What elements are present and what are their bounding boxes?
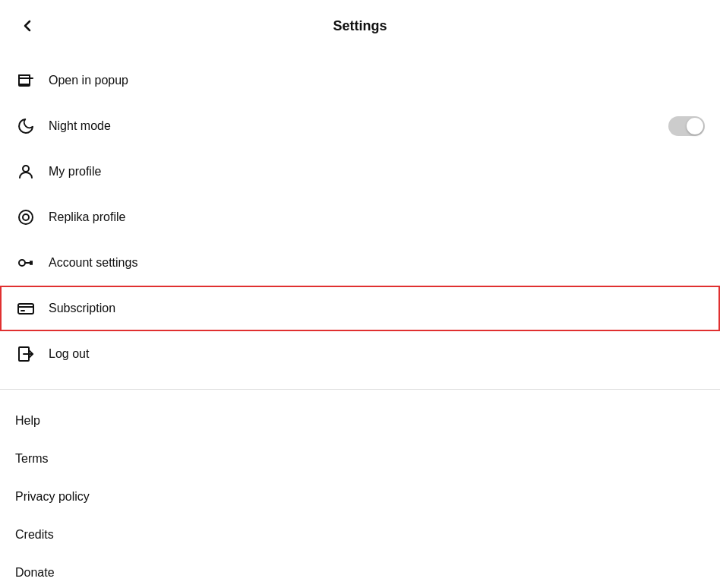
replika-profile-label: Replika profile — [49, 210, 125, 224]
moon-icon — [15, 115, 36, 137]
menu-item-replika-profile[interactable]: Replika profile — [0, 194, 720, 240]
replika-icon — [15, 207, 36, 228]
menu-item-subscription[interactable]: Subscription — [0, 286, 720, 331]
help-label: Help — [15, 414, 40, 428]
my-profile-label: My profile — [49, 165, 101, 179]
link-item-help[interactable]: Help — [0, 402, 720, 440]
night-mode-label: Night mode — [49, 119, 111, 133]
settings-header: Settings — [0, 0, 720, 52]
night-mode-toggle[interactable] — [668, 116, 705, 136]
svg-point-3 — [23, 166, 29, 172]
menu-item-my-profile[interactable]: My profile — [0, 149, 720, 194]
subscription-label: Subscription — [49, 302, 115, 315]
account-settings-label: Account settings — [49, 256, 137, 270]
donate-label: Donate — [15, 566, 55, 580]
menu-item-log-out[interactable]: Log out — [0, 331, 720, 377]
person-icon — [15, 161, 36, 182]
menu-item-night-mode[interactable]: Night mode — [0, 103, 720, 149]
svg-rect-10 — [18, 304, 33, 314]
popup-icon — [15, 70, 36, 91]
credits-label: Credits — [15, 528, 54, 542]
terms-label: Terms — [15, 452, 49, 466]
section-divider — [0, 389, 720, 390]
log-out-label: Log out — [49, 347, 89, 361]
back-button[interactable] — [15, 14, 39, 38]
svg-rect-0 — [19, 75, 30, 84]
key-icon — [15, 252, 36, 273]
open-in-popup-label: Open in popup — [49, 74, 128, 87]
link-section: Help Terms Privacy policy Credits Donate — [0, 396, 720, 588]
logout-icon — [15, 343, 36, 365]
menu-item-open-in-popup[interactable]: Open in popup — [0, 58, 720, 103]
night-mode-toggle-container — [668, 116, 705, 136]
link-item-terms[interactable]: Terms — [0, 440, 720, 478]
svg-point-5 — [23, 214, 29, 220]
privacy-policy-label: Privacy policy — [15, 490, 90, 504]
page-title: Settings — [333, 18, 387, 34]
svg-point-6 — [19, 260, 25, 266]
svg-point-4 — [19, 210, 33, 224]
main-menu: Open in popup Night mode My profile — [0, 52, 720, 383]
link-item-donate[interactable]: Donate — [0, 554, 720, 588]
link-item-credits[interactable]: Credits — [0, 516, 720, 554]
link-item-privacy-policy[interactable]: Privacy policy — [0, 478, 720, 516]
menu-item-account-settings[interactable]: Account settings — [0, 240, 720, 286]
card-icon — [15, 298, 36, 319]
